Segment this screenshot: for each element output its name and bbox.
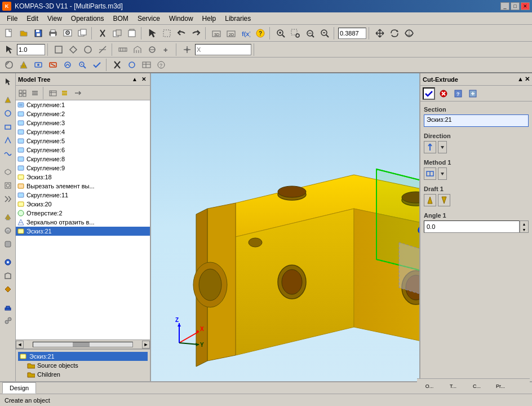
rp-cancel-btn[interactable] [437,87,450,100]
tb3-cut[interactable] [110,58,124,72]
tb3-help[interactable]: ? [154,58,168,72]
tree-tb-b5[interactable] [72,87,83,99]
tb2-b7[interactable] [145,43,159,56]
tb-help[interactable]: ? [254,27,267,40]
zoom-input[interactable] [338,28,366,39]
scale-input[interactable] [17,44,45,55]
tree-bottom-item-2[interactable]: Children [18,370,148,379]
tb3-b3[interactable] [32,58,45,72]
tb2-b1[interactable] [52,43,65,56]
tree-tb-b1[interactable] [17,87,28,99]
tb-cut[interactable] [96,27,109,40]
lt-b10[interactable] [2,224,14,237]
tree-tb-b2[interactable] [29,87,41,99]
tb3-search[interactable] [76,58,89,72]
scroll-thumb[interactable] [73,342,90,347]
tree-item-2[interactable]: Скругление:3 [16,118,150,127]
lt-b4[interactable] [2,134,14,147]
scroll-left-btn[interactable]: ◄ [16,341,24,348]
tb2-arrow[interactable] [2,43,16,56]
close-button[interactable]: ✕ [521,2,530,10]
tab-design[interactable]: Design [2,382,36,394]
tree-scrollbar[interactable]: ◄ ► [16,339,150,348]
rp-minimize-btn[interactable]: ▲ [517,76,524,83]
tb-copy-special[interactable] [76,27,89,40]
tb-preview[interactable] [61,27,74,40]
coord-x-input[interactable] [195,44,251,55]
tb-move[interactable] [373,27,387,40]
tb-copy[interactable] [110,27,124,40]
menu-bom[interactable]: BOM [109,12,133,24]
tb3-circle[interactable] [125,58,139,72]
tb2-b6[interactable] [131,43,144,56]
rp-close-btn[interactable]: ✕ [525,76,530,83]
method1-icon-btn[interactable] [424,167,436,180]
tb3-b4[interactable] [46,58,60,72]
lt-b15[interactable] [2,301,14,314]
tb3-b5[interactable] [61,58,74,72]
tb-new[interactable] [2,27,16,40]
direction-icon-btn[interactable] [424,141,436,153]
tree-item-3[interactable]: Скругление:4 [16,127,150,136]
tree-item-13[interactable]: Зеркально отразить в... [16,218,150,227]
tb-redo[interactable] [189,27,203,40]
tb-select[interactable] [145,27,159,40]
direction-dropdown-btn[interactable] [438,141,447,153]
tree-bottom-item-1[interactable]: Source objects [18,361,148,370]
tb2-b2[interactable] [66,43,80,56]
rp-help-btn1[interactable]: ? [452,87,464,100]
lt-b13[interactable] [2,270,14,282]
tb3-table[interactable] [140,58,153,72]
tb-deselect[interactable] [160,27,174,40]
scroll-right-btn[interactable]: ► [142,341,150,348]
menu-service[interactable]: Service [133,12,165,24]
rp-help-btn2[interactable] [467,87,479,100]
lt-b8[interactable] [2,193,14,205]
lt-b3[interactable] [2,121,14,133]
tree-item-6[interactable]: Скругление:8 [16,155,150,164]
tree-tb-b4[interactable] [60,87,71,99]
tb3-b6[interactable] [90,58,104,72]
tree-item-8[interactable]: Эскиз:18 [16,173,150,182]
menu-help[interactable]: Help [198,12,221,24]
tree-item-4[interactable]: Скругление:5 [16,136,150,145]
menu-window[interactable]: Window [165,12,198,24]
menu-file[interactable]: File [2,12,22,24]
tb-fx[interactable]: f(x) [239,27,252,40]
rp-bottom-icon-1[interactable]: O... [418,380,441,392]
tree-tb-b3[interactable] [47,87,59,99]
tree-item-7[interactable]: Скругление:9 [16,164,150,173]
rp-bottom-icon-3[interactable]: C... [466,380,488,392]
tree-close-btn[interactable]: ✕ [140,76,148,83]
angle1-spin-up[interactable]: ▲ [520,221,528,227]
rp-bottom-icon-2[interactable]: T... [442,380,464,392]
rp-confirm-btn[interactable] [423,87,435,100]
menu-operations[interactable]: Operations [66,12,109,24]
tree-item-14[interactable]: Эскиз:21 [16,227,150,236]
tree-bottom-item-0[interactable]: Эскиз:21 [18,352,148,361]
tb-zoom-area[interactable] [289,27,302,40]
scroll-track[interactable] [33,342,133,347]
rp-bottom-icon-4[interactable]: Pr... [489,380,512,392]
tree-item-11[interactable]: Эскиз:20 [16,200,150,209]
tree-item-10[interactable]: Скругление:11 [16,191,150,200]
tb-zoom-in[interactable] [274,27,287,40]
tb-zoom-fit[interactable] [303,27,317,40]
tree-item-1[interactable]: Скругление:2 [16,109,150,118]
tb2-b5[interactable] [116,43,130,56]
tb-undo[interactable] [175,27,188,40]
tb-rotate[interactable] [388,27,401,40]
lt-b16[interactable] [2,315,14,327]
lt-b12[interactable] [2,256,14,268]
menu-libraries[interactable]: Libraries [220,12,255,24]
lt-b7[interactable] [2,179,14,192]
lt-b11[interactable] [2,238,14,250]
angle1-spinner[interactable]: ▲ ▼ [520,220,529,233]
angle1-input[interactable] [424,220,520,233]
angle1-spin-down[interactable]: ▼ [520,227,528,232]
tb2-cursor-pos[interactable] [180,43,194,56]
lt-b14[interactable] [2,283,14,295]
menu-view[interactable]: View [43,12,66,24]
tb2-b8[interactable]: ✚ [160,43,174,56]
tb3-b1[interactable] [2,58,16,72]
